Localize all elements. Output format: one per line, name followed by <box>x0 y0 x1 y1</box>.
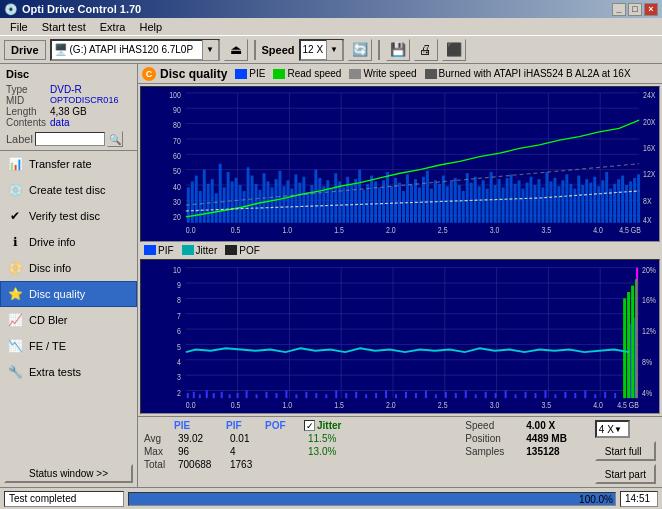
sidebar-label-disc-quality: Disc quality <box>29 288 85 300</box>
svg-text:24X: 24X <box>643 90 655 100</box>
svg-rect-252 <box>631 285 634 398</box>
content-title: Disc quality <box>160 67 227 81</box>
svg-text:4.0: 4.0 <box>593 400 603 410</box>
legend-pif-label: PIF <box>158 245 174 256</box>
svg-rect-144 <box>589 183 592 223</box>
svg-rect-139 <box>569 184 572 223</box>
stats-avg-pie: 39.02 <box>178 433 226 444</box>
toolbar-save-btn[interactable]: 💾 <box>386 39 410 61</box>
svg-text:4: 4 <box>177 357 181 367</box>
stats-max-row: Max 96 4 13.0% <box>144 446 348 457</box>
sidebar-item-disc-quality[interactable]: ⭐ Disc quality <box>0 281 137 307</box>
svg-rect-213 <box>285 390 287 398</box>
svg-rect-50 <box>215 193 218 223</box>
svg-rect-98 <box>406 174 409 222</box>
speed-value: 12 X <box>301 44 326 55</box>
speed-selector[interactable]: 12 X ▼ <box>299 39 344 61</box>
svg-text:4%: 4% <box>642 387 652 397</box>
chart2-wrapper: 10 9 8 7 6 5 4 3 2 20% 16% 12% 8% 4% <box>140 259 660 415</box>
chart1-svg: 100 90 80 70 60 50 40 30 20 24X 20X 16X … <box>141 87 659 241</box>
stats-max-pif: 4 <box>230 446 265 457</box>
maximize-button[interactable]: □ <box>628 3 642 16</box>
minimize-button[interactable]: _ <box>612 3 626 16</box>
speed-dropdown-arrow[interactable]: ▼ <box>326 40 342 60</box>
status-window-btn-container: Status window >> <box>0 460 137 487</box>
svg-rect-149 <box>609 189 612 223</box>
svg-rect-223 <box>385 390 387 398</box>
svg-text:80: 80 <box>173 121 181 131</box>
svg-rect-74 <box>310 185 313 223</box>
start-full-button[interactable]: Start full <box>595 441 656 461</box>
toolbar-refresh-btn[interactable]: 🔄 <box>348 39 372 61</box>
svg-rect-118 <box>486 189 489 223</box>
sidebar-item-disc-info[interactable]: 📀 Disc info <box>0 255 137 281</box>
svg-rect-245 <box>604 391 606 397</box>
svg-text:9: 9 <box>177 280 181 290</box>
toolbar-settings-btn[interactable]: ⬛ <box>442 39 466 61</box>
svg-rect-69 <box>290 189 293 223</box>
start-part-button[interactable]: Start part <box>595 464 656 484</box>
sidebar-item-verify-test-disc[interactable]: ✔ Verify test disc <box>0 203 137 229</box>
svg-text:2: 2 <box>177 387 181 397</box>
speed-label: Speed <box>262 44 295 56</box>
menu-help[interactable]: Help <box>133 20 168 34</box>
menu-starttest[interactable]: Start test <box>36 20 92 34</box>
svg-text:3.5: 3.5 <box>541 400 551 410</box>
status-progress-container: 100.0% <box>128 492 616 506</box>
extra-tests-icon: 🔧 <box>7 364 23 380</box>
sidebar-item-fe-te[interactable]: 📉 FE / TE <box>0 333 137 359</box>
drive-selector[interactable]: 🖥️ (G:) ATAPI iHAS120 6.7L0P ▼ <box>50 39 220 61</box>
svg-rect-142 <box>581 185 584 223</box>
disc-type-value: DVD-R <box>50 84 131 95</box>
legend-read-speed: Read speed <box>273 68 341 79</box>
stats-total-pie: 700688 <box>178 459 226 470</box>
svg-text:20%: 20% <box>642 264 656 274</box>
svg-rect-137 <box>561 180 564 223</box>
drive-dropdown-arrow[interactable]: ▼ <box>202 40 218 60</box>
jitter-checkbox-row[interactable]: ✓ Jitter <box>304 420 341 431</box>
menu-file[interactable]: File <box>4 20 34 34</box>
svg-text:6: 6 <box>177 326 181 336</box>
svg-rect-86 <box>358 170 361 223</box>
svg-rect-117 <box>482 180 485 223</box>
jitter-checkbox[interactable]: ✓ <box>304 420 315 431</box>
status-text: Test completed <box>4 491 124 507</box>
legend-jitter-label: Jitter <box>196 245 218 256</box>
disc-label-icon-btn[interactable]: 🔍 <box>107 131 123 147</box>
toolbar-eject-btn[interactable]: ⏏ <box>224 39 248 61</box>
speed-stat-value: 4.00 X <box>526 420 555 431</box>
sidebar-label-transfer-rate: Transfer rate <box>29 158 92 170</box>
sidebar-item-drive-info[interactable]: ℹ Drive info <box>0 229 137 255</box>
svg-text:1.5: 1.5 <box>334 400 344 410</box>
svg-rect-148 <box>605 172 608 223</box>
svg-text:70: 70 <box>173 136 181 146</box>
svg-rect-64 <box>271 187 274 222</box>
status-window-button[interactable]: Status window >> <box>4 464 133 483</box>
close-button[interactable]: × <box>644 3 658 16</box>
toolbar-divider-1 <box>254 40 256 60</box>
svg-rect-47 <box>203 170 206 223</box>
stats-header-row: PIE PIF POF ✓ Jitter <box>174 420 348 431</box>
sidebar-item-extra-tests[interactable]: 🔧 Extra tests <box>0 359 137 385</box>
svg-text:4X: 4X <box>643 215 652 225</box>
menu-extra[interactable]: Extra <box>94 20 132 34</box>
svg-rect-239 <box>544 390 546 398</box>
disc-mid-label: MID <box>6 95 46 106</box>
svg-text:30: 30 <box>173 198 181 208</box>
svg-rect-145 <box>593 177 596 223</box>
disc-label-label: Label <box>6 133 33 145</box>
sidebar-item-cd-bler[interactable]: 📈 CD Bler <box>0 307 137 333</box>
svg-text:1.5: 1.5 <box>334 226 344 236</box>
stats-panel: PIE PIF POF ✓ Jitter Avg 39.02 0.01 11.5… <box>138 416 662 487</box>
svg-rect-218 <box>335 390 337 398</box>
svg-rect-235 <box>505 390 507 398</box>
test-speed-dropdown[interactable]: 4 X ▼ <box>595 420 630 438</box>
toolbar-print-btn[interactable]: 🖨 <box>414 39 438 61</box>
svg-text:4.5 GB: 4.5 GB <box>619 226 641 236</box>
svg-text:12X: 12X <box>643 169 655 179</box>
svg-rect-84 <box>350 185 353 223</box>
svg-rect-222 <box>375 393 377 398</box>
sidebar-item-create-test-disc[interactable]: 💿 Create test disc <box>0 177 137 203</box>
disc-label-input[interactable] <box>35 132 105 146</box>
sidebar-item-transfer-rate[interactable]: 📊 Transfer rate <box>0 151 137 177</box>
